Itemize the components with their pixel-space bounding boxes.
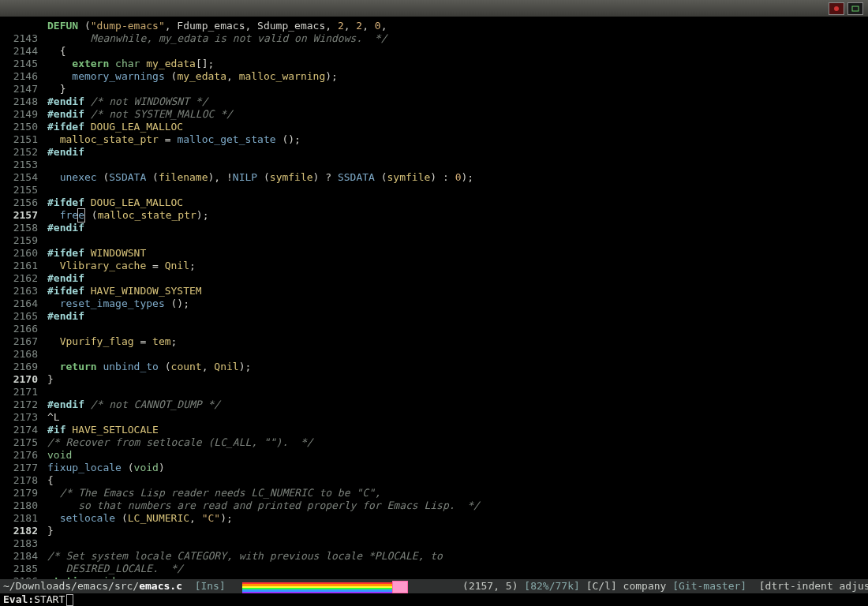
code-line[interactable]: 2148#endif /* not WINDOWSNT */ — [0, 95, 868, 108]
code-line[interactable]: 2156#ifdef DOUG_LEA_MALLOC — [0, 196, 868, 209]
code-line[interactable]: 2162#endif — [0, 272, 868, 285]
mode-line-filename: emacs.c — [139, 580, 182, 593]
window-close-button[interactable] — [829, 2, 844, 15]
minibuffer[interactable]: Eval: START — [0, 593, 868, 606]
code-line[interactable]: 2182} — [0, 525, 868, 537]
code-line[interactable]: 2168 — [0, 348, 868, 361]
code-line[interactable]: 2146 memory_warnings (my_edata, malloc_w… — [0, 70, 868, 83]
code-content[interactable]: void — [47, 449, 868, 462]
code-content[interactable]: malloc_state_ptr = malloc_get_state (); — [47, 133, 868, 146]
line-number: 2156 — [0, 196, 47, 209]
code-line[interactable]: 2166 — [0, 323, 868, 335]
code-content[interactable] — [47, 348, 868, 361]
code-line[interactable]: 2152#endif — [0, 146, 868, 159]
code-line[interactable]: 2161 Vlibrary_cache = Qnil; — [0, 260, 868, 272]
code-content[interactable]: unexec (SSDATA (filename), !NILP (symfil… — [47, 171, 868, 184]
code-content[interactable]: } — [47, 525, 868, 537]
code-content[interactable]: #endif — [47, 272, 868, 285]
minibuffer-input[interactable]: START — [34, 593, 65, 606]
code-line[interactable]: DEFUN ("dump-emacs", Fdump_emacs, Sdump_… — [0, 20, 868, 32]
code-line[interactable]: 2176void — [0, 449, 868, 462]
code-content[interactable]: Meanwhile, my_edata is not valid on Wind… — [47, 32, 868, 45]
code-line[interactable]: 2183 — [0, 537, 868, 550]
code-content[interactable]: #endif /* not SYSTEM_MALLOC */ — [47, 108, 868, 121]
code-line[interactable]: 2150#ifdef DOUG_LEA_MALLOC — [0, 121, 868, 133]
code-content[interactable]: extern char my_edata[]; — [47, 58, 868, 70]
code-content[interactable]: #endif /* not WINDOWSNT */ — [47, 95, 868, 108]
code-content[interactable]: reset_image_types (); — [47, 297, 868, 310]
code-line[interactable]: 2173^L — [0, 411, 868, 424]
code-content[interactable]: /* Set system locale CATEGORY, with prev… — [47, 550, 868, 563]
code-line[interactable]: 2155 — [0, 184, 868, 196]
code-content[interactable]: free (malloc_state_ptr); — [47, 209, 868, 222]
code-content[interactable] — [47, 386, 868, 398]
mode-line[interactable]: ~/Downloads/emacs/src/emacs.c [Ins] (215… — [0, 579, 868, 593]
code-content[interactable]: so that numbers are read and printed pro… — [47, 499, 868, 512]
code-content[interactable]: } — [47, 83, 868, 95]
code-line[interactable]: 2147 } — [0, 83, 868, 95]
code-line[interactable]: 2153 — [0, 159, 868, 171]
code-content[interactable]: fixup_locale (void) — [47, 462, 868, 474]
code-line[interactable]: 2177fixup_locale (void) — [0, 462, 868, 474]
code-line[interactable]: 2167 Vpurify_flag = tem; — [0, 335, 868, 348]
code-line[interactable]: 2179 /* The Emacs Lisp reader needs LC_N… — [0, 487, 868, 499]
code-line[interactable]: 2185 DESIRED_LOCALE. */ — [0, 563, 868, 575]
code-content[interactable]: #endif — [47, 310, 868, 323]
code-line[interactable]: 2149#endif /* not SYSTEM_MALLOC */ — [0, 108, 868, 121]
code-line[interactable]: 2163#ifdef HAVE_WINDOW_SYSTEM — [0, 285, 868, 297]
code-line[interactable]: 2178{ — [0, 474, 868, 487]
code-content[interactable]: return unbind_to (count, Qnil); — [47, 361, 868, 373]
code-line[interactable]: 2181 setlocale (LC_NUMERIC, "C"); — [0, 512, 868, 525]
code-line[interactable]: 2144 { — [0, 45, 868, 58]
code-line[interactable]: 2154 unexec (SSDATA (filename), !NILP (s… — [0, 171, 868, 184]
code-line[interactable]: 2171 — [0, 386, 868, 398]
code-content[interactable]: #endif /* not CANNOT_DUMP */ — [47, 398, 868, 411]
window-maximize-button[interactable] — [847, 2, 863, 15]
code-content[interactable]: } — [47, 373, 868, 386]
code-content[interactable]: #ifdef DOUG_LEA_MALLOC — [47, 196, 868, 209]
code-line[interactable]: 2160#ifdef WINDOWSNT — [0, 247, 868, 260]
svg-point-0 — [834, 6, 839, 11]
code-content[interactable]: /* The Emacs Lisp reader needs LC_NUMERI… — [47, 487, 868, 499]
code-line[interactable]: 2165#endif — [0, 310, 868, 323]
code-line[interactable]: 2164 reset_image_types (); — [0, 297, 868, 310]
code-line[interactable]: 2145 extern char my_edata[]; — [0, 58, 868, 70]
code-line[interactable]: 2151 malloc_state_ptr = malloc_get_state… — [0, 133, 868, 146]
code-content[interactable]: DEFUN ("dump-emacs", Fdump_emacs, Sdump_… — [47, 20, 868, 32]
code-content[interactable]: #endif — [47, 146, 868, 159]
code-line[interactable]: 2143 Meanwhile, my_edata is not valid on… — [0, 32, 868, 45]
code-line[interactable]: 2159 — [0, 234, 868, 247]
code-line[interactable]: 2174#if HAVE_SETLOCALE — [0, 424, 868, 436]
line-number: 2168 — [0, 348, 47, 361]
code-content[interactable]: ^L — [47, 411, 868, 424]
code-content[interactable] — [47, 159, 868, 171]
code-content[interactable]: { — [47, 474, 868, 487]
code-content[interactable]: #ifdef DOUG_LEA_MALLOC — [47, 121, 868, 133]
code-content[interactable]: memory_warnings (my_edata, malloc_warnin… — [47, 70, 868, 83]
code-content[interactable]: setlocale (LC_NUMERIC, "C"); — [47, 512, 868, 525]
code-content[interactable] — [47, 537, 868, 550]
code-content[interactable] — [47, 184, 868, 196]
code-line[interactable]: 2158#endif — [0, 222, 868, 234]
code-line[interactable]: 2172#endif /* not CANNOT_DUMP */ — [0, 398, 868, 411]
code-content[interactable]: Vpurify_flag = tem; — [47, 335, 868, 348]
code-line[interactable]: 2170} — [0, 373, 868, 386]
code-content[interactable]: #ifdef WINDOWSNT — [47, 247, 868, 260]
code-content[interactable]: #if HAVE_SETLOCALE — [47, 424, 868, 436]
line-number: 2164 — [0, 297, 47, 310]
code-content[interactable]: Vlibrary_cache = Qnil; — [47, 260, 868, 272]
code-content[interactable] — [47, 234, 868, 247]
code-line[interactable]: 2157 free (malloc_state_ptr); — [0, 209, 868, 222]
code-content[interactable]: /* Recover from setlocale (LC_ALL, ""). … — [47, 436, 868, 449]
code-line[interactable]: 2184/* Set system locale CATEGORY, with … — [0, 550, 868, 563]
code-content[interactable] — [47, 323, 868, 335]
code-content[interactable]: DESIRED_LOCALE. */ — [47, 563, 868, 575]
code-line[interactable]: 2169 return unbind_to (count, Qnil); — [0, 361, 868, 373]
code-line[interactable]: 2175/* Recover from setlocale (LC_ALL, "… — [0, 436, 868, 449]
code-content[interactable]: { — [47, 45, 868, 58]
line-number: 2145 — [0, 58, 47, 70]
editor-pane[interactable]: DEFUN ("dump-emacs", Fdump_emacs, Sdump_… — [0, 17, 868, 581]
code-content[interactable]: #ifdef HAVE_WINDOW_SYSTEM — [47, 285, 868, 297]
code-line[interactable]: 2180 so that numbers are read and printe… — [0, 499, 868, 512]
code-content[interactable]: #endif — [47, 222, 868, 234]
